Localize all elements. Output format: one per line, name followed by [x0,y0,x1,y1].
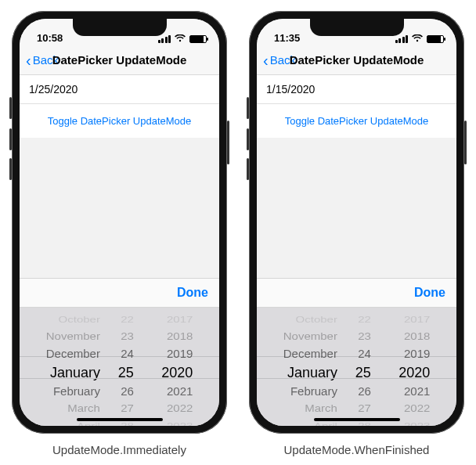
cellular-icon [395,35,409,43]
picker-row-selected[interactable]: January [50,362,100,383]
picker-row[interactable]: 2017 [404,313,430,326]
picker-row[interactable]: 2018 [167,329,193,344]
picker-row[interactable]: December [46,345,100,362]
picker-row[interactable]: 22 [121,313,134,326]
picker-row-selected[interactable]: January [287,362,337,383]
picker-row[interactable]: 23 [358,329,371,344]
home-indicator[interactable] [314,418,400,421]
phone-screen: 11:35 ‹ Back DatePicker UpdateMode [257,19,456,426]
input-accessory-bar: Done [257,278,456,308]
chevron-left-icon: ‹ [26,55,31,66]
picker-row-selected[interactable]: 2020 [161,362,193,383]
picker-row[interactable]: October [296,313,337,326]
wifi-icon [175,34,186,43]
picker-row[interactable]: 2018 [404,329,430,344]
picker-row[interactable]: 2023 [404,420,430,426]
date-entry-field[interactable]: 1/25/2020 [20,75,219,104]
battery-icon [189,35,207,43]
content-area: 1/25/2020 Toggle DatePicker UpdateMode [20,75,219,138]
back-button[interactable]: ‹ Back [26,53,59,67]
device-notch [73,19,167,36]
home-indicator[interactable] [77,418,163,421]
done-button[interactable]: Done [414,286,445,300]
picker-row[interactable]: 24 [358,345,371,362]
picker-row[interactable]: 2023 [167,420,193,426]
phone-frame: 10:58 ‹ Back DatePicker UpdateMode [12,11,227,434]
caption-label: UpdateMode.WhenFinished [284,443,430,456]
picker-row[interactable]: 26 [358,383,371,400]
picker-month-column[interactable]: October November December January Februa… [279,308,353,426]
back-label: Back [33,53,59,67]
picker-row[interactable]: 26 [121,383,134,400]
cellular-icon [158,35,171,43]
picker-row[interactable]: 27 [121,401,134,416]
toggle-updatemode-button[interactable]: Toggle DatePicker UpdateMode [257,104,456,138]
picker-row[interactable]: December [283,345,337,362]
picker-row[interactable]: 27 [358,401,371,416]
picker-row[interactable]: 2021 [167,383,193,400]
device-notch [310,19,404,36]
picker-year-column[interactable]: 2017 2018 2019 2020 2021 2022 2023 [148,308,198,426]
picker-row[interactable]: 22 [358,313,371,326]
phone-screen: 10:58 ‹ Back DatePicker UpdateMode [20,19,219,426]
picker-row[interactable]: 23 [121,329,134,344]
picker-row[interactable]: 2022 [404,401,430,416]
status-icons [395,34,445,44]
input-accessory-bar: Done [20,278,219,308]
picker-row[interactable]: 2019 [404,345,430,362]
navigation-bar: ‹ Back DatePicker UpdateMode [20,45,219,75]
back-button[interactable]: ‹ Back [263,53,296,67]
date-picker[interactable]: October November December January Februa… [257,308,456,426]
picker-row[interactable]: October [59,313,100,326]
picker-row[interactable]: February [290,383,337,400]
picker-row[interactable]: November [283,329,337,344]
battery-icon [427,35,444,43]
picker-row[interactable]: March [305,401,337,416]
chevron-left-icon: ‹ [263,55,269,66]
done-button[interactable]: Done [177,286,208,300]
status-icons [158,34,207,44]
toggle-updatemode-button[interactable]: Toggle DatePicker UpdateMode [20,104,219,138]
picker-row[interactable]: November [46,329,100,344]
status-time: 11:35 [274,32,300,44]
date-picker[interactable]: October November December January Februa… [20,308,219,426]
picker-row[interactable]: 2021 [404,383,430,400]
picker-row[interactable]: 24 [121,345,134,362]
picker-row[interactable]: 2017 [167,313,193,326]
picker-row[interactable]: 2019 [167,345,193,362]
picker-day-column[interactable]: 22 23 24 25 26 27 28 [116,308,148,426]
picker-row-selected[interactable]: 25 [355,362,371,383]
back-label: Back [270,53,296,67]
status-time: 10:58 [37,32,63,44]
picker-row-selected[interactable]: 25 [118,362,134,383]
wifi-icon [412,34,423,43]
picker-day-column[interactable]: 22 23 24 25 26 27 28 [353,308,385,426]
phone-frame: 11:35 ‹ Back DatePicker UpdateMode [249,11,464,434]
picker-month-column[interactable]: October November December January Februa… [41,308,116,426]
picker-row[interactable]: 2022 [167,401,193,416]
picker-row[interactable]: March [67,401,100,416]
picker-year-column[interactable]: 2017 2018 2019 2020 2021 2022 2023 [385,308,435,426]
picker-row-selected[interactable]: 2020 [398,362,430,383]
navigation-bar: ‹ Back DatePicker UpdateMode [257,45,456,75]
picker-row[interactable]: February [53,383,100,400]
content-area: 1/15/2020 Toggle DatePicker UpdateMode [257,75,456,138]
caption-label: UpdateMode.Immediately [52,443,186,456]
date-entry-field[interactable]: 1/15/2020 [257,75,456,104]
